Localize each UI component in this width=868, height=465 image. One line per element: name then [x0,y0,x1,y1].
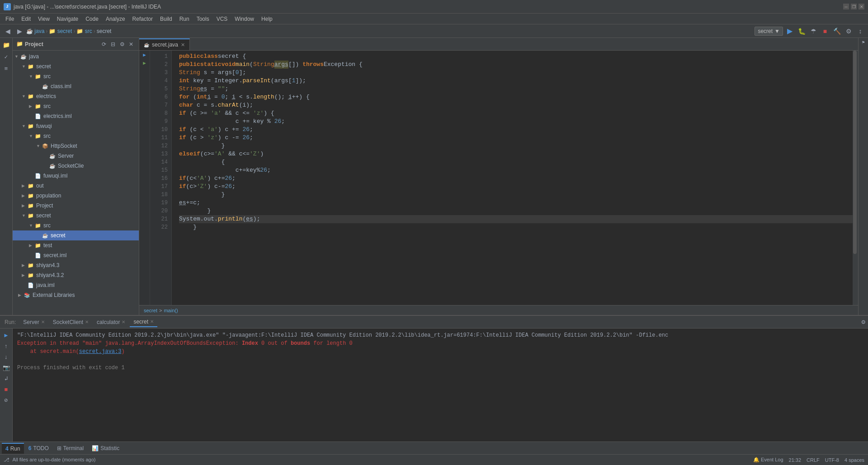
nav-forward-button[interactable]: ▶ [14,26,24,36]
run-tab-secret-close[interactable]: ✕ [150,319,154,324]
panel-settings-btn[interactable]: ⚙ [118,40,126,48]
breadcrumb-java[interactable]: ☕ java [26,28,44,34]
sidebar-icon-structure[interactable]: ≡ [1,63,12,74]
menu-code[interactable]: Code [82,15,102,23]
bottom-tab-statistic[interactable]: 📊 Statistic [88,443,123,454]
menu-run[interactable]: Run [176,15,193,23]
tree-item-electrics[interactable]: ▼ 📁 electrics [13,91,139,101]
menu-help[interactable]: Help [258,15,276,23]
tree-item-secret-src[interactable]: ▼ 📁 src [13,221,139,230]
run-clear-btn[interactable]: ⊘ [1,395,11,405]
run-screenshot-btn[interactable]: 📷 [1,363,11,373]
run-stop-btn[interactable]: ■ [1,385,11,395]
status-encoding[interactable]: UTF-8 [825,457,839,463]
run-tab-server-close[interactable]: ✕ [41,319,45,324]
breadcrumb-secret-file[interactable]: secret [144,308,157,313]
sidebar-icon-commit[interactable]: ✓ [1,52,12,62]
update-button[interactable]: ↕ [855,26,865,36]
tree-item-external-libraries[interactable]: ▶ 📚 External Libraries [13,290,139,300]
run-settings-btn[interactable]: ⚙ [861,317,866,327]
tree-item-electrics-iml[interactable]: 📄 electrics.iml [13,111,139,121]
tree-item-shiyan432[interactable]: ▶ 📁 shiyan4.3.2 [13,270,139,280]
menu-tools[interactable]: Tools [193,15,213,23]
tree-item-fuwuqi[interactable]: ▼ 📁 fuwuqi [13,121,139,131]
close-button[interactable]: ✕ [859,4,864,9]
tree-item-secret-main[interactable]: ▼ 📁 secret [13,211,139,221]
minimize-button[interactable]: ─ [843,4,849,9]
tree-item-secret-module[interactable]: ▼ 📁 secret [13,61,139,71]
tree-item-server[interactable]: ☕ Server [13,151,139,161]
run-tab-socketclient-close[interactable]: ✕ [85,319,89,324]
tree-item-secret-java[interactable]: ☕ secret [13,230,139,240]
run-restart-btn[interactable]: ▶ [1,330,11,340]
tree-item-socketclie[interactable]: ☕ SocketClie [13,161,139,171]
stop-button[interactable]: ■ [820,26,830,36]
run-config-selector[interactable]: secret ▼ [755,27,783,36]
status-event-log[interactable]: 🔔 Event Log [753,457,783,463]
coverage-button[interactable]: ☂ [808,26,818,36]
run-tab-secret[interactable]: secret ✕ [130,317,157,327]
panel-collapse-btn[interactable]: ⊟ [109,40,117,48]
tree-item-src-1[interactable]: ▼ 📁 src [13,71,139,81]
tree-item-fuwuqi-iml[interactable]: 📄 fuwuqi.iml [13,171,139,181]
editor-scrollbar[interactable] [853,51,858,305]
status-indent[interactable]: 4 spaces [844,457,864,463]
tree-item-httpsocket[interactable]: ▼ 📦 HttpSocket [13,141,139,151]
console-link-secret-java[interactable]: secret.java:3 [79,348,122,355]
breadcrumb-secret-module[interactable]: 📁 secret [49,28,72,34]
run-tab-calculator[interactable]: calculator ✕ [93,317,129,327]
sidebar-icon-project[interactable]: 📁 [1,40,12,51]
panel-sync-btn[interactable]: ⟳ [100,40,108,48]
tree-item-project[interactable]: ▶ 📁 Project [13,201,139,211]
status-line-ending[interactable]: CRLF [807,457,820,463]
tree-item-population[interactable]: ▶ 📁 population [13,191,139,201]
run-tab-server[interactable]: Server ✕ [19,317,48,327]
bottom-tab-run[interactable]: 4 Run [2,443,24,454]
tree-item-java-iml[interactable]: 📄 java.iml [13,280,139,290]
menu-edit[interactable]: Edit [18,15,34,23]
run-tab-socketclient[interactable]: SocketClient ✕ [49,317,92,327]
menu-vcs[interactable]: VCS [213,15,231,23]
tab-close-btn[interactable]: ✕ [181,42,185,48]
editor-tab-secret[interactable]: ☕ secret.java ✕ [139,38,190,50]
tree-item-out[interactable]: ▶ 📁 out [13,181,139,191]
build-button[interactable]: 🔨 [832,26,842,36]
run-tab-calculator-close[interactable]: ✕ [122,319,125,324]
editor-scroll-thumb[interactable] [853,51,857,254]
menu-navigate[interactable]: Navigate [53,15,82,23]
panel-close-btn[interactable]: ✕ [127,40,135,48]
tree-item-electrics-src[interactable]: ▶ 📁 src [13,101,139,111]
menu-view[interactable]: View [34,15,53,23]
run-gutter-btn-2[interactable]: ▶ [143,60,146,66]
debug-button[interactable]: 🐛 [797,26,807,36]
tree-item-shiyan43[interactable]: ▶ 📁 shiyan4.3 [13,260,139,270]
code-area[interactable]: public class secret { public static void… [172,51,853,305]
menu-file[interactable]: File [2,15,18,23]
run-button[interactable]: ▶ [785,26,795,36]
right-sidebar-btn-1[interactable]: ⚑ [862,40,864,45]
bottom-tab-terminal[interactable]: ⊞ Terminal [53,443,87,454]
tree-item-test[interactable]: ▶ 📁 test [13,240,139,250]
tree-item-java[interactable]: ▼ ☕ java [13,52,139,61]
bottom-tab-todo[interactable]: 6 TODO [25,443,52,454]
menu-refactor[interactable]: Refactor [129,15,156,23]
run-wrap-btn[interactable]: ↲ [1,374,11,384]
run-gutter-btn[interactable]: ▶ [143,52,146,58]
gutter-line-20 [139,205,150,213]
restore-button[interactable]: ❐ [851,4,857,9]
breadcrumb-src[interactable]: 📁 src [76,28,92,34]
menu-build[interactable]: Build [156,15,176,23]
breadcrumb-secret-class[interactable]: secret [97,28,112,34]
breadcrumb-main-method[interactable]: main() [164,308,178,313]
tree-item-fuwuqi-src[interactable]: ▼ 📁 src [13,131,139,141]
sdk-button[interactable]: ⚙ [844,26,854,36]
code-line-20: } [179,207,853,215]
menu-analyze[interactable]: Analyze [102,15,129,23]
run-scroll-down-btn[interactable]: ↓ [1,352,11,362]
tree-item-secret-iml[interactable]: 📄 secret.iml [13,250,139,260]
status-position[interactable]: 21:32 [789,457,802,463]
menu-window[interactable]: Window [231,15,258,23]
tree-item-class-iml[interactable]: ☕ class.iml [13,81,139,91]
run-scroll-up-btn[interactable]: ↑ [1,341,11,351]
nav-back-button[interactable]: ◀ [3,26,13,36]
